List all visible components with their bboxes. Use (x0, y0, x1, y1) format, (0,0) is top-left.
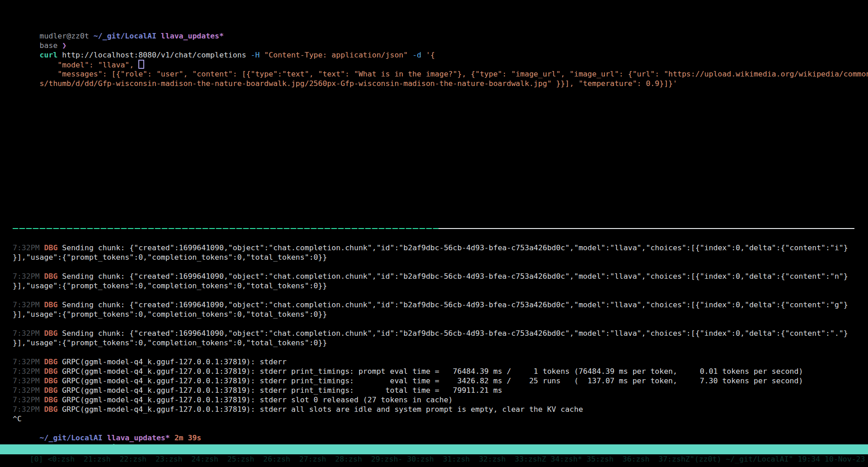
log-chunk-wrap: }],"usage":{"prompt_tokens":0,"completio… (13, 281, 855, 291)
terminal-screen[interactable]: mudler@zz0t ~/_git/LocalAI llava_updates… (0, 0, 868, 467)
log-timestamp: 7:32PM (13, 329, 44, 338)
curl-command-line: curl http://localhost:8080/v1/chat/compl… (13, 41, 855, 50)
venv-label: base (40, 41, 62, 50)
prompt-line-bottom: ~/_git/LocalAI llava_updates* 2m 39s (13, 424, 855, 433)
command-duration: 2m 39s (175, 434, 202, 442)
log-level-badge: DBG (44, 386, 62, 395)
log-level-badge: DBG (44, 376, 62, 385)
log-level-badge: DBG (44, 243, 62, 252)
tmux-window-list[interactable]: [0] <0:zsh 21:zsh 22:zsh 23:zsh 24:zsh 2… (30, 455, 690, 463)
blank-region (0, 79, 868, 228)
pane-divider-inactive-segment (439, 228, 854, 229)
blank-line (13, 319, 855, 329)
prompt-arrow-icon: ❯ (62, 41, 66, 50)
interrupt-signal: ^C (13, 415, 22, 423)
log-timestamp: 7:32PM (13, 405, 44, 414)
log-chunk-line: 7:32PM DBG Sending chunk: {"created":169… (13, 272, 855, 281)
terminal-cursor (138, 60, 144, 69)
log-grpc-line: 7:32PM DBG GRPC(ggml-model-q4_k.gguf-127… (13, 357, 855, 367)
tmux-status-bar: [0] <0:zsh 21:zsh 22:zsh 23:zsh 24:zsh 2… (0, 444, 868, 454)
curl-url: http://localhost:8080/v1/chat/completion… (62, 51, 250, 59)
log-message: GRPC(ggml-model-q4_k.gguf-127.0.0.1:3781… (62, 367, 803, 376)
log-message: GRPC(ggml-model-q4_k.gguf-127.0.0.1:3781… (62, 405, 583, 414)
blank-line (13, 348, 855, 357)
log-timestamp: 7:32PM (13, 386, 44, 395)
log-grpc-line: 7:32PM DBG GRPC(ggml-model-q4_k.gguf-127… (13, 367, 855, 376)
log-message: GRPC(ggml-model-q4_k.gguf-127.0.0.1:3781… (62, 386, 502, 395)
log-chunk-wrap: }],"usage":{"prompt_tokens":0,"completio… (13, 310, 855, 319)
prompt-line-top: mudler@zz0t ~/_git/LocalAI llava_updates… (13, 22, 855, 31)
log-timestamp: 7:32PM (13, 300, 44, 309)
curl-body-model: "model": "llava", (40, 61, 139, 69)
log-level-badge: DBG (44, 357, 62, 366)
git-branch: llava_updates* (161, 32, 224, 40)
log-message: }],"usage":{"prompt_tokens":0,"completio… (13, 281, 327, 290)
curl-open-brace: '{ (426, 51, 435, 59)
curl-command: curl (40, 51, 62, 59)
curl-body-wrap: s/thumb/d/dd/Gfp-wisconsin-madison-the-n… (40, 79, 678, 88)
log-timestamp: 7:32PM (13, 396, 44, 404)
log-level-badge: DBG (44, 405, 62, 414)
pane-divider (13, 228, 854, 229)
log-level-badge: DBG (44, 367, 62, 376)
log-message: GRPC(ggml-model-q4_k.gguf-127.0.0.1:3781… (62, 396, 453, 404)
log-timestamp: 7:32PM (13, 367, 44, 376)
blank-region (0, 229, 868, 243)
log-timestamp: 7:32PM (13, 272, 44, 281)
curl-header-arg: "Content-Type: application/json" (264, 51, 412, 59)
blank-line (13, 291, 855, 300)
log-message: Sending chunk: {"created":1699641090,"ob… (62, 329, 848, 338)
log-level-badge: DBG (44, 272, 62, 281)
log-message: GRPC(ggml-model-q4_k.gguf-127.0.0.1:3781… (62, 376, 803, 385)
log-message: }],"usage":{"prompt_tokens":0,"completio… (13, 310, 327, 319)
log-timestamp: 7:32PM (13, 357, 44, 366)
log-message: }],"usage":{"prompt_tokens":0,"completio… (13, 338, 327, 347)
git-branch: llava_updates* (107, 434, 175, 442)
log-grpc-line: 7:32PM DBG GRPC(ggml-model-q4_k.gguf-127… (13, 395, 855, 405)
blank-line (13, 262, 855, 272)
log-message: Sending chunk: {"created":1699641090,"ob… (62, 300, 848, 309)
pane-divider-active-segment (13, 228, 439, 229)
terminal-content: mudler@zz0t ~/_git/LocalAI llava_updates… (0, 0, 868, 79)
log-message: Sending chunk: {"created":1699641090,"ob… (62, 272, 848, 281)
prompt-cwd: ~/_git/LocalAI (94, 32, 161, 40)
curl-body-messages: "messages": [{"role": "user", "content":… (40, 70, 868, 78)
log-message: GRPC(ggml-model-q4_k.gguf-127.0.0.1:3781… (62, 357, 287, 366)
log-grpc-line: 7:32PM DBG GRPC(ggml-model-q4_k.gguf-127… (13, 405, 855, 414)
log-level-badge: DBG (44, 300, 62, 309)
tmux-status-right: "(zz0t) ~/_git/LocalAI" 19:34 10-Nov-23 (690, 455, 865, 463)
log-chunk-line: 7:32PM DBG Sending chunk: {"created":169… (13, 329, 855, 338)
prompt-cwd: ~/_git/LocalAI (40, 434, 107, 442)
log-chunk-wrap: }],"usage":{"prompt_tokens":0,"completio… (13, 338, 855, 348)
curl-flag-h: -H (251, 51, 264, 59)
log-grpc-line: 7:32PM DBG GRPC(ggml-model-q4_k.gguf-127… (13, 376, 855, 386)
log-chunk-wrap: }],"usage":{"prompt_tokens":0,"completio… (13, 253, 855, 262)
log-level-badge: DBG (44, 396, 62, 404)
log-timestamp: 7:32PM (13, 376, 44, 385)
log-message: Sending chunk: {"created":1699641090,"ob… (62, 243, 848, 252)
interrupt-line: ^C (13, 414, 855, 424)
log-chunk-line: 7:32PM DBG Sending chunk: {"created":169… (13, 300, 855, 310)
log-grpc-line: 7:32PM DBG GRPC(ggml-model-q4_k.gguf-127… (13, 386, 855, 395)
log-pane: 7:32PM DBG Sending chunk: {"created":169… (0, 243, 868, 443)
curl-flag-d: -d (412, 51, 426, 59)
log-timestamp: 7:32PM (13, 243, 44, 252)
log-level-badge: DBG (44, 329, 62, 338)
prompt-user-host: mudler@zz0t (40, 32, 94, 40)
log-message: }],"usage":{"prompt_tokens":0,"completio… (13, 253, 327, 262)
log-chunk-line: 7:32PM DBG Sending chunk: {"created":169… (13, 243, 855, 253)
